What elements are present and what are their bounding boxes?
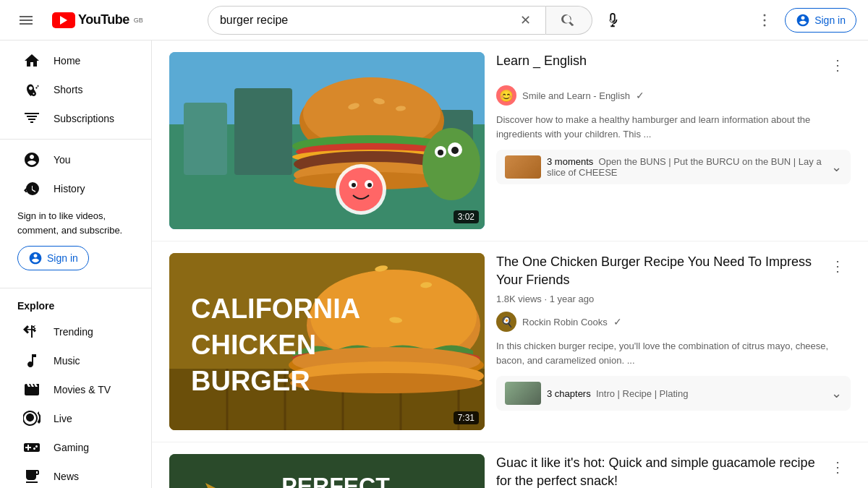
svg-point-30 (367, 183, 372, 187)
sidebar-item-shorts[interactable]: Shorts (6, 75, 145, 104)
sidebar-divider-2 (0, 288, 151, 288)
chapters-expand-icon-1[interactable]: ⌄ (831, 159, 842, 175)
sidebar-item-news[interactable]: News (6, 462, 145, 488)
logo[interactable]: YouTubeGB (52, 12, 143, 28)
video-item-2: CALIFORNIA CHICKEN BURGER 7:31 The One C… (152, 241, 868, 442)
news-icon (23, 468, 41, 485)
search-area: ✕ (208, 6, 627, 35)
sidebar-label-history: History (54, 183, 85, 194)
sign-in-label: Sign in (814, 14, 846, 26)
svg-point-2 (764, 24, 766, 26)
svg-point-20 (422, 128, 480, 200)
logo-text: YouTube (78, 12, 129, 27)
more-options-button-2[interactable]: ⋮ (825, 253, 851, 279)
settings-button[interactable] (750, 6, 779, 35)
svg-text:CHICKEN: CHICKEN (191, 330, 316, 360)
chapters-count-2: 3 chapters (547, 388, 591, 399)
sidebar-divider-1 (0, 139, 151, 140)
gaming-icon (23, 439, 41, 456)
sidebar: Home Shorts Subscriptions You Hi (0, 40, 152, 488)
sidebar-sign-in-label: Sign in (47, 252, 78, 264)
subscriptions-icon (23, 110, 41, 127)
search-bar: ✕ (208, 6, 546, 35)
voice-search-button[interactable] (598, 6, 627, 35)
chapters-info-2: 3 chapters Intro | Recipe | Plating (547, 388, 825, 399)
video-item-3: PERFECT GUACAMOLE! Guac it like it's hot… (152, 442, 868, 488)
svg-point-0 (764, 14, 766, 16)
video-title-2[interactable]: The One Chicken Burger Recipe You Need T… (496, 253, 825, 289)
clear-search-button[interactable]: ✕ (517, 9, 534, 31)
youtube-logo-icon (52, 12, 75, 28)
search-input[interactable] (220, 14, 517, 27)
video-meta-1: Learn _ English ⋮ 😊 Smile and Learn - En… (496, 52, 851, 229)
burger-svg (169, 52, 485, 229)
svg-point-29 (352, 183, 356, 187)
chapters-thumb-1 (505, 155, 541, 179)
svg-point-26 (339, 168, 383, 211)
header: YouTubeGB ✕ Sign in (0, 0, 868, 40)
sign-in-button[interactable]: Sign in (785, 8, 856, 33)
sidebar-sign-in-button[interactable]: Sign in (17, 246, 89, 270)
sidebar-item-trending[interactable]: Trending (6, 317, 145, 346)
channel-name-1[interactable]: Smile and Learn - English (522, 90, 630, 101)
svg-text:PERFECT: PERFECT (281, 473, 390, 488)
sidebar-item-you[interactable]: You (6, 145, 145, 174)
sidebar-item-history[interactable]: History (6, 174, 145, 203)
chapters-row-2[interactable]: 3 chapters Intro | Recipe | Plating ⌄ (496, 376, 851, 411)
video-title-1[interactable]: Learn _ English (496, 52, 825, 70)
video-stats-2: 1.8K views · 1 year ago (496, 294, 851, 304)
sidebar-label-news: News (54, 471, 79, 482)
sidebar-label-shorts: Shorts (54, 84, 82, 95)
channel-avatar-2: 🍳 (496, 312, 516, 332)
sidebar-item-gaming[interactable]: Gaming (6, 433, 145, 462)
more-vert-icon (756, 12, 773, 29)
chapters-row-1[interactable]: 3 moments Open the BUNS | Put the BURCU … (496, 150, 851, 184)
svg-point-1 (764, 19, 766, 21)
shorts-icon (23, 81, 41, 98)
explore-section-title: Explore (0, 294, 151, 317)
search-submit-button[interactable] (546, 6, 592, 35)
channel-name-2[interactable]: Rockin Robin Cooks (522, 317, 608, 328)
sidebar-item-music[interactable]: Music (6, 346, 145, 375)
menu-button[interactable] (12, 6, 41, 35)
history-icon (23, 180, 41, 197)
thumbnail-image-2: CALIFORNIA CHICKEN BURGER (169, 253, 485, 430)
microphone-icon (605, 12, 621, 28)
video-title-row-3: Guac it like it's hot: Quick and simple … (496, 454, 851, 488)
movies-icon (23, 381, 41, 398)
sidebar-item-home[interactable]: Home (6, 46, 145, 75)
sidebar-item-subscriptions[interactable]: Subscriptions (6, 104, 145, 133)
chapters-expand-icon-2[interactable]: ⌄ (831, 385, 842, 401)
thumbnail-image-1 (169, 52, 485, 229)
verified-icon-2: ✓ (613, 316, 622, 328)
search-results: 3:02 Learn _ English ⋮ 😊 Smile and Learn… (152, 40, 868, 488)
chapters-info-1: 3 moments Open the BUNS | Put the BURCU … (547, 156, 825, 178)
chapters-text-2: Intro | Recipe | Plating (596, 388, 688, 399)
thumbnail-3[interactable]: PERFECT GUACAMOLE! (169, 454, 485, 488)
channel-avatar-1: 😊 (496, 85, 516, 106)
thumbnail-2[interactable]: CALIFORNIA CHICKEN BURGER 7:31 (169, 253, 485, 430)
search-icon (561, 13, 576, 27)
trending-icon (23, 323, 41, 341)
sidebar-label-subscriptions: Subscriptions (54, 113, 114, 124)
more-options-button-1[interactable]: ⋮ (825, 52, 851, 78)
svg-point-47 (290, 373, 482, 393)
more-options-button-3[interactable]: ⋮ (825, 454, 851, 480)
duration-badge-2: 7:31 (454, 411, 479, 424)
svg-text:BURGER: BURGER (191, 366, 310, 396)
main-layout: Home Shorts Subscriptions You Hi (0, 40, 868, 488)
verified-icon-1: ✓ (636, 90, 644, 101)
home-icon (23, 52, 41, 69)
sign-in-prompt-text: Sign in to like videos, comment, and sub… (17, 209, 134, 237)
channel-row-2: 🍳 Rockin Robin Cooks ✓ (496, 312, 851, 332)
video-desc-2: In this chicken burger recipe, you'll lo… (496, 339, 851, 367)
sidebar-item-live[interactable]: Live (6, 404, 145, 433)
thumbnail-1[interactable]: 3:02 (169, 52, 485, 229)
account-circle-icon (796, 13, 810, 27)
thumbnail-image-3: PERFECT GUACAMOLE! (169, 454, 485, 488)
sidebar-item-movies[interactable]: Movies & TV (6, 375, 145, 404)
music-icon (23, 352, 41, 369)
svg-point-24 (451, 147, 459, 154)
video-title-3[interactable]: Guac it like it's hot: Quick and simple … (496, 454, 825, 488)
hamburger-icon (20, 14, 33, 27)
